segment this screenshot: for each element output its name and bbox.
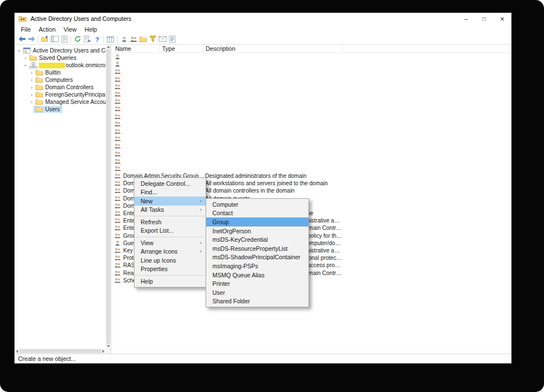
context-menu-item-refresh[interactable]: Refresh — [134, 217, 206, 227]
open-list-icon[interactable] — [167, 34, 177, 43]
scroll-left-icon[interactable] — [16, 350, 18, 353]
context-menu-item-find[interactable]: Find... — [134, 188, 206, 197]
column-header-description[interactable]: Description — [203, 45, 342, 53]
create-ou-icon[interactable] — [138, 34, 148, 43]
set-filter-icon[interactable] — [148, 34, 158, 43]
tree-item-foreignsecurityprincipals[interactable]: ›ForeignSecurityPrincipals — [15, 91, 106, 98]
context-menu-item-properties[interactable]: Properties — [134, 265, 206, 274]
tree-expander-icon[interactable]: › — [16, 48, 22, 54]
menu-file[interactable]: File — [17, 25, 34, 33]
close-button[interactable]: × — [493, 13, 511, 24]
list-row[interactable] — [111, 135, 511, 142]
context-menu-item-line-up-icons[interactable]: Line up Icons — [134, 256, 206, 265]
tree-item-active-directory-users-and-computers-dc[interactable]: ›Active Directory Users and Computers [D… — [15, 47, 106, 54]
tree-expander-icon[interactable]: › — [29, 99, 34, 105]
view-table-icon[interactable] — [106, 34, 115, 43]
list-row[interactable] — [111, 76, 511, 83]
list-row[interactable] — [111, 165, 511, 172]
context-menu-item-delegate-control[interactable]: Delegate Control... — [134, 179, 206, 188]
list-row[interactable] — [111, 105, 511, 112]
horizontal-scroll-thumb[interactable] — [19, 349, 101, 353]
list-row[interactable] — [111, 128, 511, 135]
tree-expander-icon[interactable]: › — [29, 70, 34, 76]
submenu-item-group[interactable]: Group — [206, 217, 308, 227]
list-row[interactable] — [111, 142, 511, 150]
scroll-right-icon[interactable] — [102, 350, 105, 353]
list-row[interactable] — [111, 53, 511, 60]
submenu-item-contact[interactable]: Contact — [206, 209, 308, 218]
list-row[interactable] — [111, 113, 511, 120]
tree-expander-icon[interactable]: › — [23, 63, 28, 68]
svg-text:?: ? — [95, 36, 99, 42]
tree-item-outlook-onmicrosoft-com[interactable]: ›outlook.onmicrosoft.com — [15, 62, 106, 69]
tree-item-builtin[interactable]: ›Builtin — [15, 69, 106, 76]
submenu-item-msds-keycredential[interactable]: msDS-KeyCredential — [206, 235, 308, 244]
menu-help[interactable]: Help — [81, 25, 101, 33]
list-row[interactable] — [111, 90, 511, 98]
tree-horizontal-scrollbar[interactable] — [15, 349, 106, 354]
list-row[interactable] — [111, 158, 511, 165]
send-mail-icon[interactable] — [158, 34, 167, 43]
tree-expander-icon[interactable]: › — [29, 77, 34, 83]
tree-item-managed-service-accounts[interactable]: ›Managed Service Accounts — [15, 98, 106, 106]
tree-item-domain-controllers[interactable]: ›Domain Controllers — [15, 84, 106, 91]
tree-item-saved-queries[interactable]: ›Saved Queries — [15, 54, 106, 62]
group-icon — [114, 173, 121, 179]
context-menu-item-new[interactable]: New› — [134, 197, 206, 206]
show-console-tree-icon[interactable] — [50, 34, 59, 43]
list-row[interactable] — [111, 83, 511, 90]
tree-item-computers[interactable]: ›Computers — [15, 76, 106, 84]
context-menu-item-arrange-icons[interactable]: Arrange Icons› — [134, 247, 206, 256]
menu-action[interactable]: Action — [34, 25, 59, 33]
submenu-item-msds-shadowprincipalcontainer[interactable]: msDS-ShadowPrincipalContainer — [206, 253, 308, 262]
tree-expander-icon[interactable]: › — [23, 55, 28, 61]
submenu-item-shared-folder[interactable]: Shared Folder — [206, 297, 308, 306]
context-menu-item-all-tasks[interactable]: All Tasks› — [134, 206, 206, 215]
create-group-icon[interactable] — [129, 34, 138, 43]
tree-item-label: Active Directory Users and Computers [DC — [33, 47, 106, 54]
export-list-icon[interactable] — [82, 34, 92, 43]
list-row[interactable] — [111, 150, 511, 157]
context-menu-item-export-list[interactable]: Export List... — [134, 227, 206, 236]
column-header-type[interactable]: Type — [160, 45, 203, 53]
submenu-item-printer[interactable]: Printer — [206, 279, 308, 288]
tree-expander-icon[interactable]: › — [29, 85, 34, 90]
group-icon — [114, 217, 121, 224]
submenu-item-user[interactable]: User — [206, 288, 308, 297]
submenu-item-msds-resourcepropertylist[interactable]: msDS-ResourcePropertyList — [206, 244, 308, 253]
status-bar: Create a new object... — [15, 354, 511, 363]
column-header-name[interactable]: Name — [111, 45, 160, 53]
refresh-icon[interactable] — [73, 34, 82, 43]
group-icon — [114, 121, 121, 127]
list-row[interactable] — [111, 98, 511, 105]
tree-item-label: Domain Controllers — [45, 84, 94, 90]
scroll-down-icon[interactable] — [107, 345, 110, 347]
submenu-item-msmq-queue-alias[interactable]: MSMQ Queue Alias — [206, 271, 308, 280]
context-menu-item-view[interactable]: View› — [134, 238, 206, 247]
create-user-icon[interactable] — [119, 34, 129, 43]
tree-expander-icon[interactable]: › — [29, 92, 34, 98]
tree-item-body: Active Directory Users and Computers [DC — [22, 47, 106, 54]
list-row[interactable] — [111, 120, 511, 128]
forward-icon[interactable] — [27, 34, 36, 43]
properties-icon[interactable] — [59, 34, 69, 43]
list-row[interactable] — [111, 68, 511, 75]
scroll-up-icon[interactable] — [107, 46, 110, 48]
tree-vertical-scrollbar[interactable] — [106, 45, 111, 349]
context-menu-item-help[interactable]: Help — [134, 277, 206, 286]
minimize-button[interactable]: – — [457, 13, 475, 24]
group-icon — [114, 262, 121, 268]
back-icon[interactable] — [17, 34, 27, 43]
list-row[interactable] — [111, 60, 511, 68]
tree-item-users[interactable]: Users — [15, 106, 106, 113]
maximize-button[interactable]: □ — [475, 13, 493, 24]
group-icon — [114, 233, 121, 239]
menu-view[interactable]: View — [59, 25, 80, 33]
help-icon[interactable]: ? — [92, 34, 102, 43]
window-title: Active Directory Users and Computers — [31, 15, 457, 22]
up-one-level-icon[interactable] — [40, 34, 50, 43]
vertical-scroll-thumb[interactable] — [106, 49, 110, 344]
submenu-item-inetorgperson[interactable]: InetOrgPerson — [206, 227, 308, 236]
submenu-item-msimaging-psps[interactable]: msImaging-PSPs — [206, 262, 308, 271]
submenu-item-computer[interactable]: Computer — [206, 200, 308, 209]
